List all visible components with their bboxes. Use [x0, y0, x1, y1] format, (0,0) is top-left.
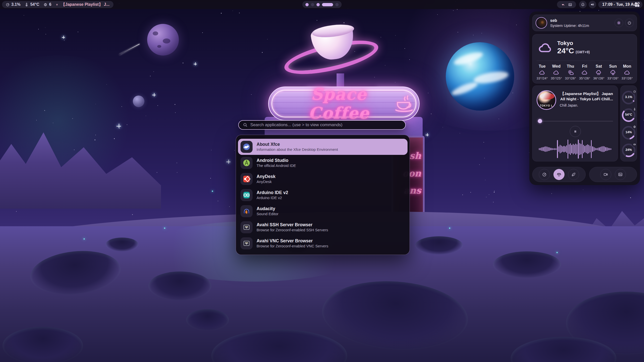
balance-scales-icon [556, 172, 561, 177]
cpu-usage-value: 3.1% [11, 2, 20, 7]
utilities-group [589, 167, 637, 182]
cpu-ring: 3.1% [622, 91, 636, 103]
settings-button[interactable] [615, 19, 623, 27]
cloudy-icon [624, 69, 631, 76]
app-row-about-xfce[interactable]: About Xfce Information about the Xfce De… [238, 139, 408, 155]
app-row-arduino[interactable]: Arduino IDE v2 Arduino IDE v2 [236, 187, 410, 203]
earth-planet [446, 42, 514, 111]
album-caption: TOKYO L [537, 104, 555, 107]
glow-dot [84, 238, 85, 240]
search-input[interactable] [250, 122, 401, 127]
sparkle-star [426, 133, 429, 136]
small-moon [133, 96, 144, 107]
temperature: 54°C [24, 2, 39, 7]
app-row-anydesk[interactable]: AnyDesk AnyDesk [236, 171, 410, 187]
screen-record-button[interactable] [600, 169, 611, 180]
app-row-avahi-ssh[interactable]: Avahi SSH Server Browser Browse for Zero… [236, 219, 410, 235]
user-card: seb System Uptime: 4h11m [532, 15, 637, 31]
crater [493, 251, 561, 278]
app-row-android-studio[interactable]: Android Studio The official Android IDE [236, 155, 410, 171]
crater [415, 236, 463, 254]
now-playing-pill[interactable]: 【Japanese Playlist】 J... [51, 1, 113, 8]
cat-pet-icon[interactable] [561, 3, 565, 7]
notifications-button[interactable] [579, 1, 587, 8]
forecast-day: Mon 33°/26° [620, 64, 634, 81]
leaf-icon [571, 172, 576, 177]
album-art: TOKYO L [537, 90, 556, 110]
wallpaper-picture-icon [618, 172, 623, 177]
balanced-mode-button[interactable] [553, 169, 565, 180]
crater [106, 238, 138, 251]
workspace-dot-3[interactable] [316, 3, 320, 6]
memory-chip-icon [632, 124, 637, 129]
power-icon [627, 21, 632, 25]
app-name: Avahi SSH Server Browser [257, 222, 328, 228]
forecast-day: Tue 33°/24° [535, 64, 549, 81]
username: seb [550, 18, 613, 23]
weather-card: Tokyo 24°C(GMT+9) Tue 33°/24° Wed 35°/25… [532, 34, 637, 83]
workspace-dot-1[interactable] [305, 3, 309, 6]
memory-ring: 14% [622, 126, 636, 139]
volume-button[interactable] [589, 1, 596, 8]
thermometer-icon [24, 3, 29, 7]
app-row-avahi-vnc[interactable]: Avahi VNC Server Browser Browse for Zero… [236, 235, 410, 251]
wallpaper-picture-icon[interactable] [568, 3, 572, 7]
weather-cloud-icon [537, 40, 554, 56]
play-pause-button[interactable] [570, 126, 581, 137]
xfce-mouse-icon [240, 141, 253, 153]
powersave-mode-button[interactable] [568, 169, 579, 180]
arduino-icon [240, 189, 253, 201]
sparkle-star [194, 62, 197, 65]
performance-mode-button[interactable] [539, 169, 550, 180]
app-name: Avahi VNC Server Browser [257, 238, 328, 244]
workspace-dot-2[interactable] [311, 3, 314, 6]
sparkle-star [116, 124, 121, 128]
app-description: Information about the Xfce Desktop Envir… [257, 147, 338, 152]
video-camera-icon [603, 172, 608, 177]
tray-pill [557, 1, 576, 8]
app-description: Browse for Zeroconf-enabled SSH Servers [257, 228, 328, 233]
forecast-day: Sat 36°/26° [592, 64, 606, 81]
avatar[interactable] [536, 17, 547, 29]
temperature-value: 54°C [30, 2, 39, 7]
anydesk-icon [240, 173, 253, 185]
workspace-dot-4-active[interactable] [322, 3, 333, 6]
progress-track[interactable] [537, 121, 613, 121]
glow-dot [212, 191, 213, 192]
overview-button[interactable] [634, 1, 640, 9]
app-name: AnyDesk [257, 174, 275, 179]
weather-city: Tokyo [557, 40, 573, 47]
workspace-indicator [302, 1, 342, 8]
cloudy-icon [581, 69, 588, 76]
hard-disk-icon [632, 142, 637, 147]
pause-icon [55, 3, 59, 6]
network-port-icon [240, 221, 253, 233]
gauge-icon [542, 172, 547, 177]
weather-temperature: 24°C(GMT+9) [557, 47, 590, 55]
launcher-search-bar[interactable] [238, 120, 406, 130]
workspace-dot-5[interactable] [335, 3, 339, 6]
network-port-icon [240, 237, 253, 249]
power-button[interactable] [625, 19, 634, 27]
gauge-icon [6, 3, 10, 7]
wallpaper-button[interactable] [615, 169, 626, 180]
space-coffee-neon-sign: Space Coffee [268, 86, 420, 121]
app-row-audacity[interactable]: Audacity Sound Editor [236, 203, 410, 219]
glow-dot [556, 252, 558, 253]
forecast-day: Thu 33°/26° [564, 64, 578, 81]
crater [186, 309, 229, 331]
power-mode-group [532, 167, 586, 182]
speaker-icon [590, 2, 595, 7]
launcher-results-panel: About Xfce Information about the Xfce De… [236, 135, 410, 255]
top-panel: 3.1% 54°C 6.8G 【Japanese Playlist】 J... … [0, 0, 644, 9]
progress-knob[interactable] [538, 119, 542, 123]
search-icon [243, 122, 248, 127]
app-name: Audacity [257, 206, 278, 212]
bell-icon [581, 2, 585, 7]
audio-visualizer [536, 140, 614, 159]
forecast-day: Sun 33°/26° [606, 64, 620, 81]
weather-forecast-row: Tue 33°/24° Wed 35°/25° Thu 33°/26° Fri … [535, 64, 634, 81]
sign-text: Space Coffee [281, 85, 397, 122]
crater [3, 327, 83, 362]
gauge-icon [632, 89, 637, 94]
